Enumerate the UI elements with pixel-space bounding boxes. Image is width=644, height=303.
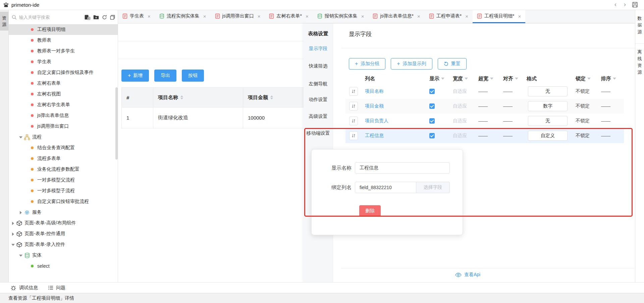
swap-icon[interactable]: [349, 102, 358, 111]
tab-4[interactable]: 左树右表单*×: [265, 10, 313, 23]
nav-back-icon[interactable]: ‹: [612, 1, 619, 8]
swap-icon[interactable]: [349, 117, 358, 125]
tree-item[interactable]: js调用弹出窗口: [9, 121, 118, 132]
tree-item[interactable]: 服务: [9, 207, 118, 218]
collapse-icon[interactable]: [110, 15, 115, 20]
tab-1[interactable]: 学生表×: [118, 10, 155, 23]
tree-item[interactable]: 自定义窗口操作按钮及事件: [9, 67, 118, 78]
chevron-down-icon[interactable]: [19, 135, 22, 139]
sidebar-scrollbar[interactable]: [115, 87, 118, 160]
close-icon[interactable]: ×: [465, 13, 468, 19]
chevron-down-icon[interactable]: [19, 254, 22, 257]
fields-column-header-8[interactable]: 排序: [598, 76, 624, 82]
caret-down-icon[interactable]: [465, 78, 468, 80]
visible-checkbox[interactable]: [429, 89, 435, 94]
import-icon[interactable]: [85, 15, 90, 20]
fields-column-header-4[interactable]: 超宽: [475, 76, 500, 82]
settings-toolbar-button-2[interactable]: +添加显示列: [391, 58, 432, 70]
bottom-bar-item-2[interactable]: 问题: [48, 285, 65, 291]
action-button-2[interactable]: 导出: [154, 70, 176, 82]
tree-item[interactable]: 页面-表单-高级/布局组件: [9, 218, 118, 228]
field-row-1[interactable]: 项目名称自适应————无不锁定——: [345, 84, 624, 99]
tab-8[interactable]: 工程项目明细*×: [473, 10, 525, 23]
field-name-link[interactable]: 项目负责人: [365, 118, 388, 124]
chevron-right-icon[interactable]: [19, 211, 22, 214]
settings-toolbar-button-1[interactable]: +添加分组: [349, 58, 385, 70]
format-select[interactable]: 数字: [528, 101, 568, 111]
field-name-link[interactable]: 项目金额: [365, 103, 384, 109]
close-icon[interactable]: ×: [361, 13, 364, 19]
refresh-icon[interactable]: [102, 15, 107, 20]
action-button-1[interactable]: +新增: [121, 70, 149, 82]
settings-toolbar-button-3[interactable]: 重置: [438, 58, 467, 70]
close-icon[interactable]: ×: [306, 13, 309, 19]
bind-column-input[interactable]: [355, 182, 416, 193]
settings-menu-item-5[interactable]: 高级设置: [304, 114, 333, 120]
fields-column-header-7[interactable]: 锁定: [572, 76, 598, 82]
fields-column-header-5[interactable]: 对齐: [500, 76, 523, 82]
nav-forward-icon[interactable]: ›: [621, 1, 629, 8]
tree-item[interactable]: 左树右视图: [9, 89, 118, 99]
close-icon[interactable]: ×: [148, 13, 151, 19]
tree-item[interactable]: 左树右学生表单: [9, 99, 118, 110]
tab-5[interactable]: 报销实例实体集×: [313, 10, 369, 23]
format-select[interactable]: 自定义: [528, 131, 568, 141]
close-icon[interactable]: ×: [258, 13, 261, 19]
folder-plus-icon[interactable]: [93, 15, 99, 19]
sort-icon[interactable]: [270, 95, 273, 99]
chevron-right-icon[interactable]: [11, 232, 15, 236]
tree-item[interactable]: 流程: [9, 132, 118, 142]
select-field-button[interactable]: 选择字段: [416, 182, 450, 193]
format-select[interactable]: 无: [528, 116, 568, 126]
caret-down-icon[interactable]: [587, 78, 591, 80]
tree-item[interactable]: 左树右表单: [9, 78, 118, 89]
rail-tab-resources[interactable]: 资源: [0, 12, 8, 31]
tab-3[interactable]: js调用弹出窗口×: [211, 10, 265, 23]
tab-6[interactable]: js弹出表单信息*×: [368, 10, 424, 23]
tree-item[interactable]: 教师表: [9, 35, 118, 46]
visible-checkbox[interactable]: [429, 133, 435, 138]
tab-2[interactable]: 流程实例实体集×: [155, 10, 211, 23]
bottom-bar-item-1[interactable]: 调试信息: [10, 285, 38, 291]
caret-down-icon[interactable]: [441, 78, 444, 80]
tree-item[interactable]: js弹出表单信息: [9, 110, 118, 121]
sort-icon[interactable]: [180, 95, 183, 99]
search-input[interactable]: [19, 15, 82, 20]
fields-column-header-2[interactable]: 显示: [426, 76, 449, 82]
close-icon[interactable]: ×: [518, 13, 521, 19]
close-icon[interactable]: ×: [203, 13, 206, 19]
tree-item[interactable]: 页面-表单-控件通用: [9, 228, 118, 239]
field-name-link[interactable]: 工程信息: [365, 133, 384, 139]
tree-item[interactable]: 业务化流程参数配置: [9, 164, 118, 175]
column-header-2[interactable]: 项目名称: [153, 88, 243, 107]
swap-icon[interactable]: [349, 131, 358, 140]
table-row[interactable]: 1街道绿化改造100000: [122, 107, 304, 128]
settings-menu-item-1[interactable]: 显示字段: [304, 46, 333, 52]
tree-item[interactable]: select: [9, 261, 118, 271]
tree-item[interactable]: 实体: [9, 250, 118, 261]
tab-7[interactable]: 工程申请表*×: [425, 10, 473, 23]
caret-down-icon[interactable]: [490, 78, 493, 80]
tree-item[interactable]: 自定义窗口按钮审批流程: [9, 196, 118, 207]
tree-item[interactable]: 一对多模型子流程: [9, 185, 118, 196]
swap-icon[interactable]: [349, 87, 358, 96]
field-row-3[interactable]: 项目负责人自适应————无不锁定——: [345, 114, 624, 128]
caret-down-icon[interactable]: [613, 78, 616, 80]
settings-menu-item-2[interactable]: 快速筛选: [304, 63, 333, 69]
format-select[interactable]: 无: [528, 86, 568, 96]
tree-item[interactable]: 流程多表单: [9, 153, 118, 164]
settings-menu-item-4[interactable]: 动作设置: [304, 97, 333, 103]
close-icon[interactable]: ×: [417, 13, 420, 19]
tree-item[interactable]: 教师表一对多学生: [9, 46, 118, 56]
tree-item[interactable]: 工程项目明细: [9, 24, 118, 35]
tree-item[interactable]: 一对多模型父流程: [9, 175, 118, 185]
tree-item[interactable]: 结合业务查询配置: [9, 142, 118, 153]
action-button-3[interactable]: 按钮: [182, 70, 204, 82]
tree-item[interactable]: 页面-表单-录入控件: [9, 239, 118, 250]
display-name-input[interactable]: [355, 162, 450, 174]
field-row-4[interactable]: 工程信息自适应————自定义不锁定——: [345, 128, 624, 143]
visible-checkbox[interactable]: [429, 103, 435, 109]
field-row-2[interactable]: 项目金额自适应————数字不锁定——: [345, 99, 624, 114]
save-icon[interactable]: [632, 2, 638, 8]
settings-menu-item-3[interactable]: 左侧导航: [304, 81, 333, 87]
